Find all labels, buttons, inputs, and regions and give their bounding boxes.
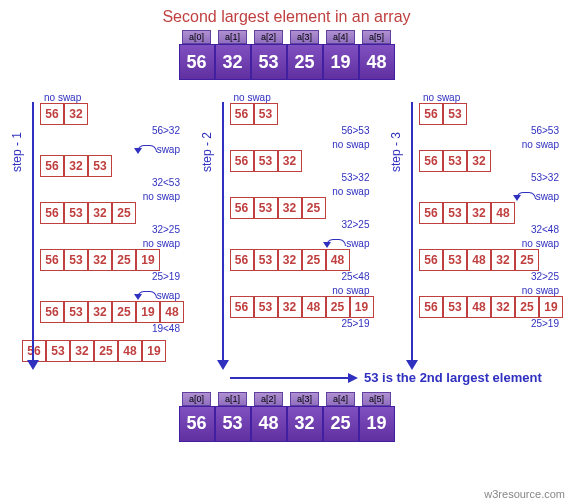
comparison-row: swap565332254825<48 [230,233,374,282]
cell: 48 [491,202,515,224]
row-bottom-label: 32>25 [152,224,180,235]
cell: 19 [350,296,374,318]
step-column: step - 3no swap565356>53no swap56533253>… [389,92,563,334]
cell: 53 [254,103,278,125]
row-bottom-label: 56>32 [152,125,180,136]
cell-value: 25 [287,44,323,80]
cell-index: a[5] [362,30,391,44]
box-row: 5653322548 [230,249,350,271]
array-cell: a[3]32 [287,392,323,442]
array-cell: a[0]56 [179,30,215,80]
cell-index: a[0] [182,30,211,44]
cell: 25 [515,249,539,271]
row-top-label: no swap [522,285,559,296]
swap-arc-icon [137,139,157,153]
cell: 53 [88,155,112,177]
cell-value: 19 [359,406,395,442]
array-cell: a[5]48 [359,30,395,80]
cell: 53 [64,301,88,323]
cell: 32 [88,249,112,271]
cell: 53 [46,340,70,362]
box-row: 565332251948 [40,301,184,323]
row-top-label: no swap [423,92,460,103]
comparison-row: no swap56534832251925>19 [419,285,563,329]
cell: 19 [539,296,563,318]
cell: 53 [254,197,278,219]
step-column: step - 1no swap563256>32swap56325332<53n… [10,92,184,334]
cell: 56 [40,202,64,224]
cell: 32 [491,249,515,271]
comparison-row: swap56325332<53 [40,139,184,188]
box-row: 56533225 [230,197,326,219]
cell: 56 [230,103,254,125]
cell: 25 [302,249,326,271]
swap-arc-icon [326,233,346,247]
cell: 56 [230,150,254,172]
cell: 53 [443,296,467,318]
cell: 32 [278,150,302,172]
cell: 56 [40,249,64,271]
cell: 56 [40,103,64,125]
comparison-row: no swap563256>32 [40,92,184,136]
cell: 32 [70,340,94,362]
cell-index: a[2] [254,30,283,44]
cell: 53 [443,103,467,125]
step-label: step - 2 [200,132,214,172]
row-top-label: no swap [522,139,559,150]
comparison-row: no swap5653322532>25 [230,186,374,230]
cell: 53 [443,249,467,271]
cell-value: 53 [251,44,287,80]
row-bottom-label: 25<48 [341,271,369,282]
result-text: 53 is the 2nd largest element [364,370,542,386]
row-top-label: no swap [143,191,180,202]
step1-extra-row: 565332254819 [22,340,573,362]
cell: 32 [278,249,302,271]
cell: 56 [419,150,443,172]
swap-arc-icon [137,285,157,299]
cell: 25 [302,197,326,219]
cell: 53 [64,249,88,271]
watermark: w3resource.com [484,488,565,500]
cell: 25 [112,202,136,224]
cell-value: 32 [215,44,251,80]
cell: 53 [254,249,278,271]
row-bottom-label: 19<48 [152,323,180,334]
array-cell: a[2]48 [251,392,287,442]
row-bottom-label: 32>25 [341,219,369,230]
cell-index: a[3] [290,30,319,44]
cell: 32 [467,150,491,172]
cell: 48 [302,296,326,318]
cell: 53 [443,150,467,172]
step-rows: no swap563256>32swap56325332<53no swap56… [40,92,184,334]
row-top-label: no swap [332,186,369,197]
result-arrow: 53 is the 2nd largest element [230,370,573,386]
cell: 48 [118,340,142,362]
array-cell: a[1]53 [215,392,251,442]
box-row: 565332 [230,150,302,172]
cell: 56 [419,103,443,125]
box-row: 565332254819 [22,340,573,362]
array-cell: a[0]56 [179,392,215,442]
row-bottom-label: 32<53 [152,177,180,188]
cell: 56 [419,202,443,224]
cell: 56 [230,249,254,271]
arrow-line [230,377,350,379]
array-cell: a[3]25 [287,30,323,80]
cell: 32 [88,301,112,323]
row-top-label: no swap [332,285,369,296]
cell-index: a[4] [326,392,355,406]
cell: 53 [254,296,278,318]
cell: 48 [326,249,350,271]
row-top-label: no swap [522,238,559,249]
cell-value: 32 [287,406,323,442]
array-cell: a[1]32 [215,30,251,80]
row-top-label: no swap [234,92,271,103]
comparison-row: no swap565348322532>25 [419,238,563,282]
array-cell: a[2]53 [251,30,287,80]
cell: 32 [88,202,112,224]
cell: 25 [515,296,539,318]
cell: 48 [467,296,491,318]
cell: 56 [22,340,46,362]
comparison-row: no swap5653322532>25 [40,191,184,235]
box-row: 56533248 [419,202,515,224]
